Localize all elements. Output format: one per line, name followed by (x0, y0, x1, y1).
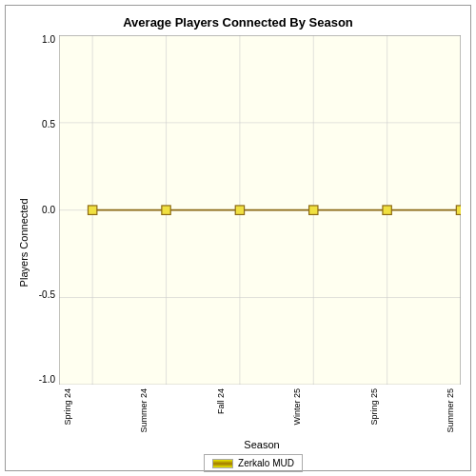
x-axis-label: Season (63, 439, 461, 450)
chart-container: Average Players Connected By Season Play… (5, 5, 471, 471)
x-tick-spring24: Spring 24 (63, 388, 78, 426)
x-tick-summer24: Summer 24 (139, 388, 154, 433)
svg-rect-23 (456, 206, 461, 214)
y-tick-3: 0.0 (42, 206, 55, 215)
svg-rect-22 (383, 206, 391, 214)
chart-title: Average Players Connected By Season (123, 15, 353, 30)
x-tick-summer25: Summer 25 (446, 388, 461, 433)
svg-rect-19 (162, 206, 170, 214)
plot-svg-container (59, 35, 461, 385)
y-tick-4: -0.5 (39, 290, 55, 300)
x-tick-fall24: Fall 24 (216, 388, 231, 414)
x-tick-winter25: Winter 25 (292, 388, 307, 426)
y-tick-1: 1.0 (42, 35, 55, 45)
legend-color-box (212, 459, 233, 468)
chart-body: Players Connected 1.0 0.5 0.0 -0.5 -1.0 (15, 35, 461, 450)
plot-svg (59, 35, 461, 385)
chart-plot-area: 1.0 0.5 0.0 -0.5 -1.0 (32, 35, 461, 450)
x-ticks: Spring 24 Summer 24 Fall 24 Winter 25 Sp… (63, 385, 461, 437)
svg-rect-20 (235, 206, 244, 214)
y-axis-label: Players Connected (15, 35, 32, 450)
y-ticks: 1.0 0.5 0.0 -0.5 -1.0 (32, 35, 59, 385)
plot-and-yaxis: 1.0 0.5 0.0 -0.5 -1.0 (32, 35, 461, 385)
legend-area: Zerkalo MUD (204, 454, 303, 472)
svg-rect-18 (88, 206, 96, 214)
x-tick-spring25: Spring 25 (369, 388, 385, 426)
y-tick-2: 0.5 (42, 120, 55, 129)
svg-rect-21 (309, 206, 318, 214)
x-axis-area: Spring 24 Summer 24 Fall 24 Winter 25 Sp… (63, 385, 461, 450)
y-tick-5: -1.0 (39, 375, 55, 385)
legend-label: Zerkalo MUD (238, 458, 294, 468)
